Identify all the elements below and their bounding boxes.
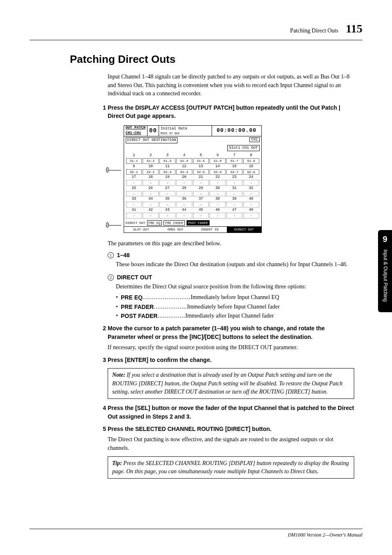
param-1-title: 1–48 (117, 252, 130, 258)
lcd-tab-omni-out: OMNI OUT (158, 226, 193, 233)
lcd-dout-label: DIRECT OUT (126, 221, 145, 226)
lcd-dest-box: Slot1 CH1 OUT (227, 145, 259, 151)
step-number: 5 (96, 425, 106, 433)
step-text: Press the DISPLAY ACCESS [OUTPUT PATCH] … (108, 104, 354, 120)
tip-label: Tip: (112, 460, 122, 466)
lcd-grid: 12345678 S1-1S1-2S1-3S1-4S1-5S1-6S1-7S1-… (124, 152, 261, 219)
callout-column: 1 2 (106, 125, 121, 233)
step-body: If necessary, specify the signal source … (108, 343, 354, 352)
step-text: Press the SELECTED CHANNEL ROUTING [DIRE… (108, 425, 354, 433)
lcd-section-label: DIRECT OUT DESTINATION (126, 137, 178, 143)
lcd-screen: OUT PATCH CH1-CH1 00 Initial Data MIDI S… (124, 125, 262, 233)
chapter-number: 9 (383, 233, 387, 245)
param-1-circle: 1 (108, 252, 114, 258)
lcd-btn-pre-fader: PRE FADER (164, 220, 184, 226)
step-text: Press [ENTER] to confirm the change. (108, 356, 354, 364)
step-5: 5 Press the SELECTED CHANNEL ROUTING [DI… (108, 425, 354, 452)
step-1: 1 Press the DISPLAY ACCESS [OUTPUT PATCH… (108, 104, 354, 120)
note-body: If you select a destination that is alre… (112, 372, 343, 395)
lcd-badges: MIDI ST 96k (161, 131, 210, 136)
header-page-number: 115 (346, 21, 362, 37)
intro-paragraph: Input Channel 1–48 signals can be direct… (108, 73, 354, 98)
step-text: Press the [SEL] button or move the fader… (108, 404, 354, 421)
step-number: 4 (96, 404, 106, 412)
lcd-tab-slot-out: SLOT OUT (124, 226, 159, 233)
note-box: Note: If you select a destination that i… (108, 368, 354, 399)
callout-1: 1 (106, 167, 109, 173)
lcd-tab-direct-out: DIRECT OUT (227, 226, 261, 233)
param-1-desc: These boxes indicate the Direct Out dest… (116, 260, 354, 269)
step-4: 4 Press the [SEL] button or move the fad… (108, 404, 354, 421)
lcd-title: OUT PATCH (126, 125, 146, 131)
lcd-btn-post-fader: POST FADER (187, 220, 210, 226)
step-text: Move the cursor to a patch parameter (1–… (108, 324, 354, 341)
note-label: Note: (112, 372, 125, 378)
lcd-channel-number: 00 (148, 126, 159, 136)
lcd-btn-pre-eq: PRE EQ (147, 220, 162, 226)
tip-box: Tip: Press the SELECTED CHANNEL ROUTING … (108, 456, 354, 479)
param-1: 1 1–48 These boxes indicate the Direct O… (108, 251, 354, 269)
step-2: 2 Move the cursor to a patch parameter (… (108, 324, 354, 352)
lcd-scene-name: Initial Data (161, 126, 210, 131)
param-2: 2 DIRECT OUT Determines the Direct Out s… (108, 273, 354, 320)
param-2-options: •PRE EQ..........................Immedia… (116, 293, 354, 320)
chapter-label: Input & Output Patching (381, 249, 388, 302)
page-header: Patching Direct Outs 115 (30, 21, 362, 40)
step-body: The Direct Out patching is now effective… (108, 435, 354, 452)
step-number: 2 (96, 324, 106, 332)
page-footer: DM1000 Version 2—Owner's Manual (30, 529, 362, 539)
param-2-circle: 2 (108, 274, 114, 281)
lcd-timecode: 00:00:00.00 (212, 127, 261, 135)
section-heading: Patching Direct Outs (70, 52, 362, 67)
tip-body: Press the SELECTED CHANNEL ROUTING [DISP… (112, 460, 349, 474)
lcd-subtitle: CH1-CH1 (126, 131, 146, 136)
header-title: Patching Direct Outs (290, 27, 338, 35)
lcd-figure: 1 2 OUT PATCH CH1-CH1 00 Initial Data MI… (5, 125, 362, 233)
callout-2: 2 (106, 222, 109, 228)
lcd-tab-insert-in: INSERT IN (193, 226, 227, 233)
step-number: 1 (96, 104, 106, 112)
params-intro: The parameters on this page are describe… (108, 240, 354, 248)
step-3: 3 Press [ENTER] to confirm the change. (108, 356, 354, 364)
chapter-tab: 9 Input & Output Patching (378, 230, 392, 312)
lcd-ch-box: CH1 (249, 137, 259, 142)
param-2-desc: Determines the Direct Out signal source … (116, 283, 354, 291)
param-2-title: DIRECT OUT (117, 274, 152, 281)
step-number: 3 (96, 356, 106, 364)
